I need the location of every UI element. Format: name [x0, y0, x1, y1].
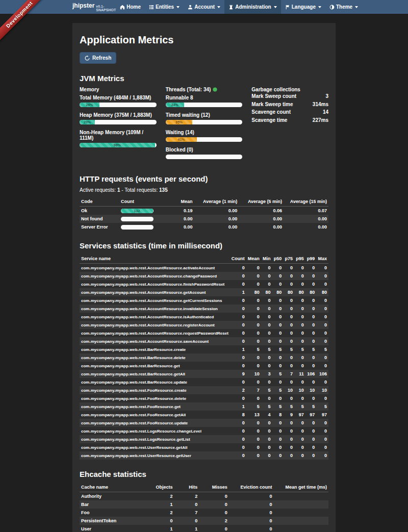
service-p99: 0: [305, 305, 317, 313]
service-p75: 7: [283, 370, 294, 378]
service-name: com.mycompany.myapp.web.rest.AccountReso…: [80, 296, 230, 305]
nav-language[interactable]: Language: [281, 0, 325, 14]
nav-home[interactable]: Home: [116, 0, 145, 14]
service-p95: 0: [294, 305, 305, 313]
thread-gauge: Waiting (14) 41%: [166, 130, 243, 142]
service-p50: 0: [272, 451, 284, 460]
service-max: 5: [316, 345, 328, 353]
gauge-label: Runnable 8: [166, 95, 243, 100]
service-p50: 8: [272, 411, 284, 419]
service-row: com.mycompany.myapp.web.rest.AccountReso…: [80, 272, 328, 280]
jvm-grid: Memory Total Memory (484M / 1,883M) 26% …: [80, 87, 328, 164]
ehcache-table: Cache name Objects Hits Misses Eviction …: [80, 483, 328, 532]
service-count: 0: [230, 353, 246, 362]
service-p50: 0: [272, 394, 284, 402]
brand-link[interactable]: jhipster v0.1-SNAPSHOT: [72, 2, 116, 12]
service-p75: 0: [283, 280, 294, 288]
http-avg15: 0.07: [284, 207, 328, 215]
service-name: com.mycompany.myapp.web.rest.BarResource…: [80, 370, 230, 378]
service-p50: 0: [272, 419, 284, 427]
http-row: Server Error 0.00 0.00 0.00 0.00: [80, 223, 328, 231]
thread-gauge: Timed waiting (12) 35%: [166, 112, 243, 124]
service-max: 0: [316, 419, 328, 427]
http-mean: 0.00: [159, 215, 194, 223]
service-p50: 5: [272, 370, 284, 378]
nav-administration[interactable]: Administration: [224, 0, 281, 14]
service-p50: 5: [272, 402, 284, 411]
progress-fill: 26%: [80, 103, 99, 107]
progress-track: 24%: [166, 103, 243, 107]
service-p95: 0: [294, 443, 305, 451]
service-mean: 0: [246, 280, 261, 288]
threads-header: Threads (Total: 34): [166, 87, 243, 92]
nav-entities-label: Entities: [156, 4, 174, 10]
service-count: 1: [230, 345, 246, 353]
cache-hits: 7: [174, 509, 199, 517]
gauge-label: Waiting (14): [166, 130, 243, 135]
http-avg1: 0.00: [194, 223, 239, 231]
service-row: com.mycompany.myapp.web.rest.BarResource…: [80, 370, 328, 378]
service-min: 5: [261, 402, 272, 411]
service-max: 80: [316, 288, 328, 296]
service-min: 4: [261, 411, 272, 419]
service-mean: 0: [246, 394, 261, 402]
service-p99: 5: [305, 402, 317, 411]
service-p99: 0: [305, 272, 317, 280]
http-avg15: 0.00: [284, 215, 328, 223]
service-p75: 0: [283, 353, 294, 362]
gc-metric-label: Scavenge count: [251, 108, 291, 116]
service-p50: 0: [272, 321, 284, 329]
service-p99: 0: [305, 362, 317, 370]
services-table-header: Service name Count Mean Min p50 p75 p95 …: [80, 254, 328, 264]
service-p95: 0: [294, 313, 305, 321]
service-min: 0: [261, 305, 272, 313]
service-min: 0: [261, 362, 272, 370]
http-avg5: 0.06: [239, 207, 284, 215]
service-row: com.mycompany.myapp.web.rest.BarResource…: [80, 378, 328, 386]
http-table-body: Ok 132 0.19 0.00 0.06 0.07 Not found: [80, 207, 328, 232]
service-name: com.mycompany.myapp.web.rest.AccountReso…: [80, 264, 230, 272]
service-count: 0: [230, 451, 246, 460]
progress-fill: 98%: [80, 143, 155, 147]
cache-evictions: 0: [229, 500, 274, 509]
refresh-button[interactable]: Refresh: [80, 52, 116, 64]
service-name: com.mycompany.myapp.web.rest.BarResource…: [80, 345, 230, 353]
service-min: 80: [261, 288, 272, 296]
http-count-cell: [119, 223, 159, 231]
service-max: 0: [316, 353, 328, 362]
service-p95: 0: [294, 353, 305, 362]
http-count-cell: 132: [119, 207, 159, 215]
nav-account[interactable]: Account: [184, 0, 224, 14]
cache-objects: 1: [149, 525, 174, 532]
cache-name: User: [80, 525, 149, 532]
service-count: 9: [230, 370, 246, 378]
progress-fill: 41%: [166, 137, 197, 142]
service-p50: 0: [272, 313, 284, 321]
count-progress-track: [121, 225, 154, 230]
cache-name: Bar: [80, 500, 149, 509]
service-count: 0: [230, 296, 246, 305]
http-avg5: 0.00: [239, 223, 284, 231]
service-mean: 10: [246, 370, 261, 378]
gauge-label: Non-Heap Memory (109M / 111M): [80, 130, 157, 141]
navbar: jhipster v0.1-SNAPSHOT Home Entities Acc…: [0, 0, 408, 14]
cache-mean-get-time: [274, 525, 328, 532]
service-p99: 0: [305, 329, 317, 337]
nav-theme[interactable]: Theme: [325, 0, 362, 14]
service-mean: 0: [246, 313, 261, 321]
service-max: 0: [316, 329, 328, 337]
gc-row: Scavenge time 227ms: [251, 116, 328, 124]
service-count: 0: [230, 264, 246, 272]
service-row: com.mycompany.myapp.web.rest.AccountReso…: [80, 280, 328, 288]
nav-theme-label: Theme: [336, 4, 352, 10]
nav-entities[interactable]: Entities: [145, 0, 184, 14]
gc-row: Mark Sweep time 314ms: [251, 100, 328, 109]
service-row: com.mycompany.myapp.web.rest.FooResource…: [80, 394, 328, 402]
cache-misses: 2: [199, 517, 229, 525]
tower-icon: [228, 5, 234, 10]
service-max: 0: [316, 272, 328, 280]
ehcache-table-body: Authority 2 2 0 0 Bar 1 0 0 0: [80, 492, 328, 532]
progress-fill: 20%: [80, 120, 95, 124]
service-name: com.mycompany.myapp.web.rest.AccountReso…: [80, 329, 230, 337]
gc-row: Scavenge count 14: [251, 108, 328, 116]
